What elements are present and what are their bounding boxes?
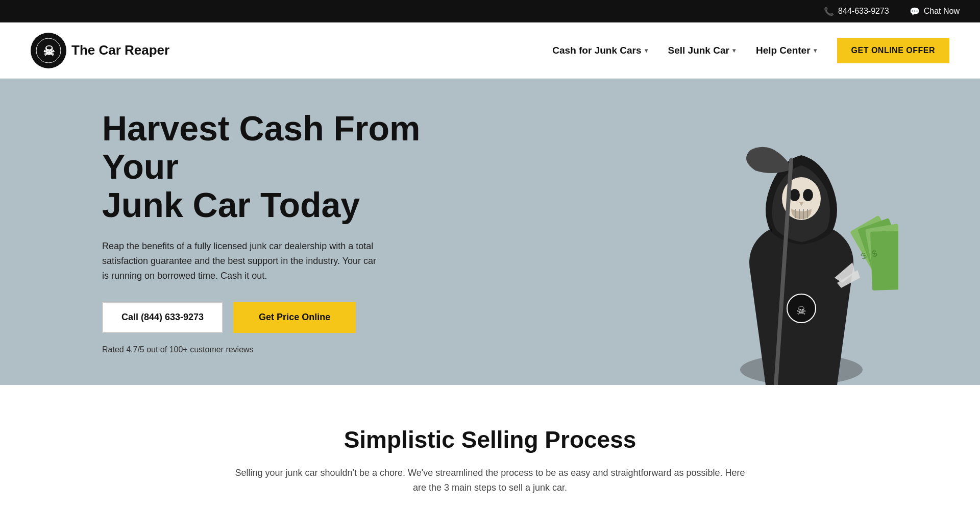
hero-content: Harvest Cash From Your Junk Car Today Re… <box>102 109 459 354</box>
hero-rating: Rated 4.7/5 out of 100+ customer reviews <box>102 345 459 354</box>
logo-icon: ☠ <box>31 33 66 68</box>
nav-item-sell-junk-car[interactable]: Sell Junk Car ▾ <box>668 45 736 56</box>
phone-icon: 📞 <box>824 7 834 16</box>
chevron-down-icon: ▾ <box>732 47 736 54</box>
hero-image: $ $ ☠ <box>699 119 903 385</box>
svg-point-5 <box>803 189 813 201</box>
get-price-button[interactable]: Get Price Online <box>233 302 356 333</box>
nav-links: Cash for Junk Cars ▾ Sell Junk Car ▾ Hel… <box>552 38 949 63</box>
logo[interactable]: ☠ The Car Reaper <box>31 33 169 68</box>
top-bar: 📞 844-633-9273 💬 Chat Now <box>0 0 980 22</box>
svg-text:☠: ☠ <box>43 43 55 59</box>
svg-text:☠: ☠ <box>796 304 806 317</box>
hero-section: Harvest Cash From Your Junk Car Today Re… <box>0 79 980 385</box>
process-description: Selling your junk car shouldn't be a cho… <box>235 466 745 495</box>
chat-now-button[interactable]: 💬 Chat Now <box>910 7 960 16</box>
hero-title: Harvest Cash From Your Junk Car Today <box>102 109 459 224</box>
svg-point-4 <box>790 189 800 201</box>
chevron-down-icon: ▾ <box>814 47 817 54</box>
chevron-down-icon: ▾ <box>645 47 648 54</box>
logo-text: The Car Reaper <box>71 43 169 58</box>
nav-item-cash-junk-cars[interactable]: Cash for Junk Cars ▾ <box>552 45 647 56</box>
call-button[interactable]: Call (844) 633-9273 <box>102 302 223 333</box>
navbar: ☠ The Car Reaper Cash for Junk Cars ▾ Se… <box>0 22 980 79</box>
process-title: Simplistic Selling Process <box>51 426 929 453</box>
nav-item-help-center[interactable]: Help Center ▾ <box>756 45 817 56</box>
svg-rect-13 <box>870 231 898 291</box>
hero-description: Reap the benefits of a fully licensed ju… <box>102 239 383 283</box>
process-section: Simplistic Selling Process Selling your … <box>0 385 980 507</box>
get-online-offer-button[interactable]: GET ONLINE OFFER <box>837 38 949 63</box>
chat-icon: 💬 <box>910 7 920 16</box>
reaper-svg: $ $ ☠ <box>704 119 898 385</box>
phone-number[interactable]: 📞 844-633-9273 <box>824 7 889 16</box>
hero-buttons: Call (844) 633-9273 Get Price Online <box>102 302 459 333</box>
